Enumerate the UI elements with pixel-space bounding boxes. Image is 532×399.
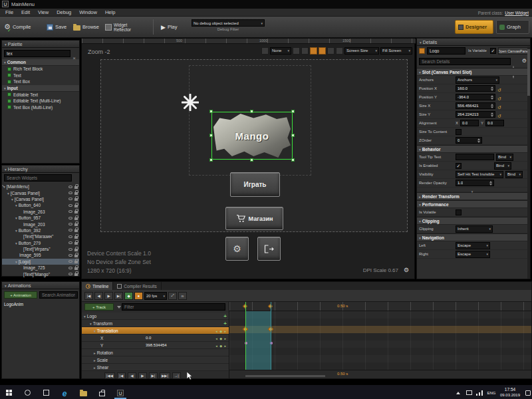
menu-debug[interactable]: Debug xyxy=(53,9,75,17)
size-to-content-checkbox[interactable] xyxy=(456,129,462,135)
details-scrollbar[interactable] xyxy=(527,47,530,279)
eye-icon[interactable] xyxy=(68,217,72,219)
snap-size-icon[interactable] xyxy=(319,47,326,55)
advanced-expander-icon[interactable] xyxy=(471,184,473,196)
hierarchy-row[interactable]: Button_640 xyxy=(2,202,79,208)
prev-key-button[interactable] xyxy=(117,372,126,379)
details-settings-icon[interactable] xyxy=(522,58,527,64)
hierarchy-row[interactable]: Button_392 xyxy=(2,227,79,233)
lock-icon[interactable] xyxy=(74,236,78,239)
position-x-input[interactable]: 160.0 xyxy=(456,85,495,92)
grid-snap-icon[interactable] xyxy=(301,47,309,55)
spin-arrows[interactable] xyxy=(489,104,493,108)
play-animation-button[interactable] xyxy=(104,292,113,300)
flow-direction-icon[interactable] xyxy=(336,47,343,55)
slot-section-header[interactable]: Slot (Canvas Panel Slot) xyxy=(417,68,527,76)
resize-handle-se[interactable] xyxy=(291,158,295,162)
palette-item[interactable]: Text Box (Multi-Line) xyxy=(2,104,79,111)
action-center-button[interactable] xyxy=(524,388,532,398)
lock-icon[interactable] xyxy=(74,192,78,195)
is-enabled-checkbox[interactable] xyxy=(456,163,462,169)
add-key-icon[interactable] xyxy=(223,321,227,327)
visibility-bind-dropdown[interactable]: Bind xyxy=(505,171,523,178)
clipping-section-header[interactable]: Clipping xyxy=(417,217,527,225)
track-y-value[interactable]: 398.534454 xyxy=(146,343,167,347)
widget-name-input[interactable] xyxy=(427,47,466,55)
clipping-dropdown[interactable]: Inherit xyxy=(456,225,493,233)
to-front-button[interactable] xyxy=(104,372,115,379)
lock-icon[interactable] xyxy=(74,217,78,220)
menu-help[interactable]: Help xyxy=(101,9,119,17)
performance-section-header[interactable]: Performance xyxy=(417,200,527,208)
hierarchy-row[interactable]: [Canvas Panel] xyxy=(2,190,79,196)
size-x-input[interactable]: 556.456421 xyxy=(456,102,495,109)
track-row-translation[interactable]: Translation xyxy=(82,327,229,334)
animations-header[interactable]: Animations xyxy=(2,282,79,289)
eye-icon[interactable] xyxy=(68,241,72,244)
spin-arrows[interactable] xyxy=(488,181,492,186)
lock-icon[interactable] xyxy=(74,223,78,226)
hierarchy-row[interactable]: Button_279 xyxy=(2,240,79,246)
auto-key-button[interactable]: ◆ xyxy=(124,292,133,300)
resize-handle-s[interactable] xyxy=(250,158,253,162)
compile-button[interactable]: Compile xyxy=(1,20,33,34)
eye-icon[interactable] xyxy=(68,273,72,275)
timeline-track-area[interactable]: 0.50 s 0.50 s xyxy=(229,302,531,378)
details-search-input[interactable] xyxy=(419,58,511,65)
play-button[interactable]: Play xyxy=(158,20,180,34)
is-volatile-checkbox[interactable] xyxy=(456,209,462,215)
logo-widget-selected[interactable]: Mango xyxy=(212,112,292,159)
lock-icon[interactable] xyxy=(74,205,78,207)
details-header[interactable]: Details xyxy=(417,39,530,46)
lock-icon[interactable] xyxy=(74,198,78,201)
tab-timeline[interactable]: Timeline xyxy=(82,282,113,290)
navigation-section-header[interactable]: Navigation xyxy=(417,233,527,241)
position-y-input[interactable]: -364.0 xyxy=(456,94,495,100)
scrollbar-thumb[interactable] xyxy=(527,49,530,96)
track-row-x[interactable]: X0.0 xyxy=(82,334,229,342)
render-opacity-input[interactable]: 1.0 xyxy=(456,180,494,186)
track-row-y[interactable]: Y398.534454 xyxy=(82,342,229,349)
eye-icon[interactable] xyxy=(68,198,72,200)
range-end-line[interactable] xyxy=(271,302,271,370)
widget-reflector-button[interactable]: Widget Reflector xyxy=(102,20,139,34)
lock-icon[interactable] xyxy=(74,229,78,232)
is-enabled-bind-dropdown[interactable]: Bind xyxy=(494,162,511,170)
hierarchy-row[interactable]: Image_595 xyxy=(2,252,79,258)
track-row-rotation[interactable]: Rotation xyxy=(82,349,229,356)
designer-viewport[interactable]: 500 1000 1500 Zoom -2 None Screen Size F… xyxy=(81,38,415,279)
cortana-button[interactable] xyxy=(20,388,35,398)
lock-icon[interactable] xyxy=(74,242,78,245)
edge-button[interactable] xyxy=(57,388,72,398)
animation-range-block[interactable] xyxy=(245,311,271,370)
keyboard-tray-button[interactable] xyxy=(464,388,473,398)
time-ruler[interactable]: 0.50 s xyxy=(229,302,531,311)
browse-button[interactable]: Browse xyxy=(70,20,102,34)
add-property-icon[interactable] xyxy=(223,313,227,319)
fps-dropdown[interactable]: 20 fps xyxy=(144,292,167,300)
tab-compiler-results[interactable]: Compiler Results xyxy=(113,282,162,290)
lock-icon[interactable] xyxy=(74,261,78,263)
track-row-logo[interactable]: Logo xyxy=(82,313,229,320)
palette-search-input[interactable] xyxy=(4,50,70,57)
eye-icon[interactable] xyxy=(68,223,72,225)
resize-handle-w[interactable] xyxy=(209,134,213,137)
animation-list-item[interactable]: LogoAnim xyxy=(4,302,23,307)
palette-item[interactable]: Editable Text (Multi-Line) xyxy=(2,98,79,104)
play-game-button-widget[interactable]: Играть xyxy=(230,172,280,197)
hierarchy-row[interactable]: Image_203 xyxy=(2,221,79,227)
eye-icon[interactable] xyxy=(68,267,72,269)
menu-file[interactable]: File xyxy=(1,9,17,17)
spin-arrows[interactable] xyxy=(489,86,493,91)
palette-header[interactable]: Palette xyxy=(2,41,79,48)
palette-item[interactable]: Editable Text xyxy=(2,92,79,98)
settings-button-widget[interactable] xyxy=(225,237,249,261)
eye-icon[interactable] xyxy=(68,248,72,251)
hierarchy-search-input[interactable] xyxy=(4,174,72,182)
resize-handle-nw[interactable] xyxy=(209,110,213,113)
lock-icon[interactable] xyxy=(74,273,78,276)
record-button[interactable]: ● xyxy=(134,292,143,300)
visibility-dropdown[interactable]: Self Hit Test Invisible xyxy=(456,171,503,178)
unreal-taskbar-button[interactable] xyxy=(113,388,128,398)
step-forward-button[interactable] xyxy=(114,292,123,300)
